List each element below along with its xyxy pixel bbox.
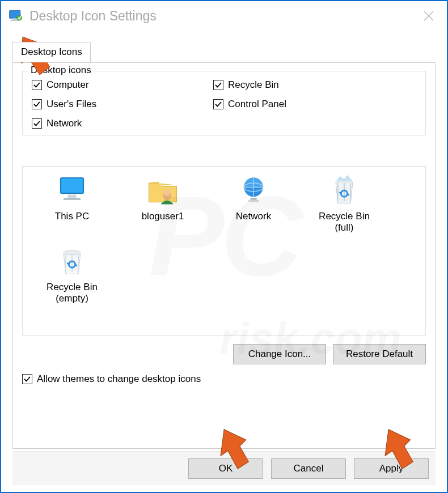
svg-point-9 xyxy=(164,189,170,196)
tab-desktop-icons[interactable]: Desktop Icons xyxy=(12,42,91,62)
check-icon xyxy=(32,118,42,129)
this-pc-icon xyxy=(55,173,89,207)
checkbox-label: Computer xyxy=(47,79,89,91)
svg-rect-6 xyxy=(68,195,77,198)
checkbox-label: Control Panel xyxy=(228,99,286,110)
icon-label: bloguser1 xyxy=(142,211,184,222)
check-icon xyxy=(22,374,32,384)
close-button[interactable] xyxy=(417,11,440,21)
recycle-bin-full-icon xyxy=(327,173,361,207)
desktop-icons-group: Desktop icons ComputerUser's FilesNetwor… xyxy=(22,71,426,135)
icon-item-recycle-bin-full[interactable]: Recycle Bin (full) xyxy=(302,173,387,234)
recycle-bin-empty-icon xyxy=(55,244,89,278)
tab-page: Desktop icons ComputerUser's FilesNetwor… xyxy=(12,62,436,449)
checkbox-computer[interactable]: Computer xyxy=(32,79,213,91)
icon-label: Network xyxy=(236,211,271,222)
change-icon-button[interactable]: Change Icon... xyxy=(233,344,326,364)
check-icon xyxy=(32,80,42,90)
icon-label: Recycle Bin (empty) xyxy=(47,282,98,305)
svg-rect-12 xyxy=(250,198,256,200)
allow-themes-checkbox[interactable]: Allow themes to change desktop icons xyxy=(22,373,201,385)
network-icon xyxy=(236,173,271,207)
svg-point-14 xyxy=(64,250,81,255)
icon-item-this-pc[interactable]: This PC xyxy=(29,173,115,234)
icon-item-recycle-bin-empty[interactable]: Recycle Bin (empty) xyxy=(29,244,115,305)
svg-rect-7 xyxy=(64,198,81,200)
checkbox-network[interactable]: Network xyxy=(32,118,213,129)
icon-preview-box: This PCbloguser1NetworkRecycle Bin (full… xyxy=(22,166,426,336)
icon-item-user-folder[interactable]: bloguser1 xyxy=(120,173,205,234)
checkbox-control-panel[interactable]: Control Panel xyxy=(213,99,395,110)
titlebar: Desktop Icon Settings xyxy=(1,1,447,31)
apply-button[interactable]: Apply xyxy=(354,458,429,479)
icon-label: This PC xyxy=(55,211,89,222)
checkbox-user-s-files[interactable]: User's Files xyxy=(32,99,213,110)
ok-button[interactable]: OK xyxy=(188,458,263,479)
checkbox-label: Network xyxy=(47,118,82,129)
icon-item-network[interactable]: Network xyxy=(211,173,296,234)
svg-point-3 xyxy=(17,15,22,20)
icon-label: Recycle Bin (full) xyxy=(319,211,370,234)
user-folder-icon xyxy=(146,173,180,207)
check-icon xyxy=(213,80,223,90)
allow-themes-label: Allow themes to change desktop icons xyxy=(37,373,201,385)
check-icon xyxy=(32,99,42,109)
checkbox-recycle-bin[interactable]: Recycle Bin xyxy=(213,79,395,91)
cancel-button[interactable]: Cancel xyxy=(271,458,346,479)
check-icon xyxy=(213,99,223,109)
restore-default-button[interactable]: Restore Default xyxy=(333,344,426,364)
app-icon xyxy=(8,8,24,24)
window-title: Desktop Icon Settings xyxy=(29,8,417,24)
checkbox-label: User's Files xyxy=(47,99,96,110)
group-label: Desktop icons xyxy=(28,65,94,76)
svg-rect-5 xyxy=(61,178,83,192)
checkbox-label: Recycle Bin xyxy=(228,79,279,91)
svg-rect-13 xyxy=(248,200,259,202)
